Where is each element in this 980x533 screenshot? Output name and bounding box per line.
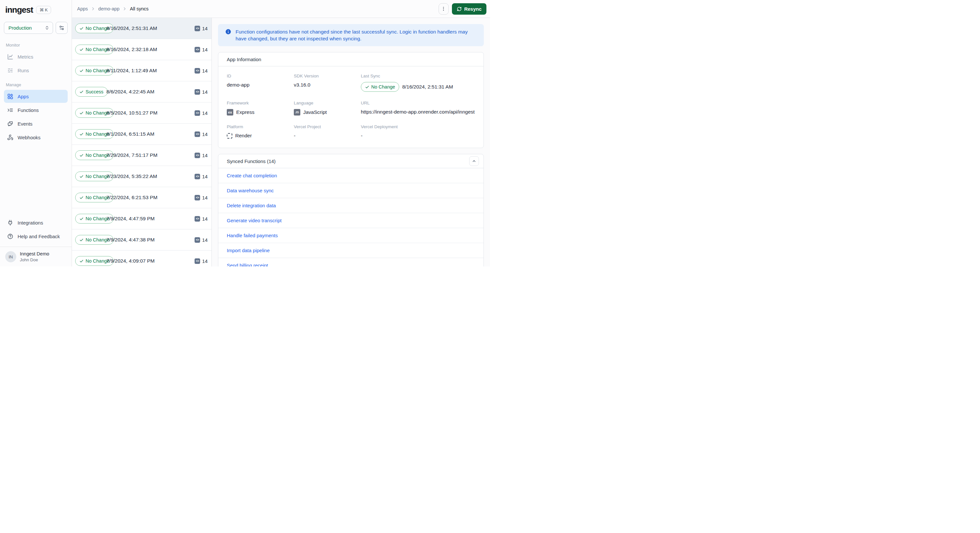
- sync-list-item[interactable]: No Change 8/1/2024, 6:51:15 AM <>14: [72, 124, 212, 145]
- function-link[interactable]: Create chat completion: [227, 173, 277, 178]
- code-icon: <>: [194, 110, 200, 116]
- chevron-updown-icon: [45, 25, 49, 30]
- sync-function-count: <>14: [194, 216, 208, 221]
- render-icon: [227, 133, 232, 138]
- check-icon: [80, 48, 84, 52]
- sync-timestamp: 7/9/2024, 4:47:38 PM: [103, 237, 194, 243]
- function-link[interactable]: Import data pipeline: [227, 248, 270, 253]
- profile-menu[interactable]: IN Inngest Demo John Doe: [0, 247, 72, 266]
- code-icon: <>: [194, 237, 200, 243]
- nav-section-manage: Manage: [4, 82, 68, 87]
- sync-list-item[interactable]: No Change 7/22/2024, 6:21:53 PM <>14: [72, 187, 212, 208]
- function-row[interactable]: Handle failed payments: [218, 228, 484, 243]
- sync-list-item[interactable]: No Change 8/5/2024, 10:51:27 PM <>14: [72, 102, 212, 124]
- functions-icon: [7, 107, 13, 113]
- sidebar-item-functions[interactable]: Functions: [4, 103, 68, 116]
- avatar: IN: [5, 251, 16, 262]
- function-row[interactable]: Import data pipeline: [218, 243, 484, 258]
- sidebar-item-help[interactable]: Help and Feedback: [4, 230, 68, 243]
- sync-timestamp: 7/9/2024, 4:09:07 PM: [103, 258, 194, 264]
- sync-function-count: <>14: [194, 195, 208, 200]
- synced-functions-list: Create chat completion Data warehouse sy…: [218, 168, 484, 266]
- chevron-up-icon: [472, 159, 476, 163]
- code-icon: <>: [194, 26, 200, 31]
- environment-value: Production: [8, 25, 32, 30]
- sync-list-item[interactable]: No Change 7/29/2024, 7:51:17 PM <>14: [72, 145, 212, 166]
- sidebar-item-label: Webhooks: [18, 135, 41, 140]
- sync-list-item[interactable]: No Change 7/23/2024, 5:35:22 AM <>14: [72, 166, 212, 187]
- synced-functions-header: Synced Functions (14): [218, 154, 484, 168]
- field-vercel-deployment: Vercel Deployment -: [361, 124, 475, 138]
- profile-org: Inngest Demo: [20, 251, 49, 256]
- info-banner: Function configurations have not changed…: [218, 24, 484, 46]
- nav-section-monitor: Monitor: [4, 43, 68, 48]
- function-link[interactable]: Send billing receipt: [227, 263, 268, 266]
- chevron-right-icon: [91, 6, 95, 11]
- runs-icon: [7, 67, 13, 73]
- environment-selector[interactable]: Production: [4, 22, 53, 34]
- resync-button[interactable]: Resync: [452, 3, 487, 14]
- sync-list-item[interactable]: No Change 8/16/2024, 2:51:31 AM <>14: [72, 18, 212, 39]
- sync-timestamp: 7/23/2024, 5:35:22 AM: [103, 173, 194, 179]
- app-information-header: App Information: [218, 53, 484, 66]
- plug-icon: [7, 220, 13, 226]
- sync-list-item[interactable]: No Change 7/9/2024, 4:47:38 PM <>14: [72, 229, 212, 251]
- function-row[interactable]: Send billing receipt: [218, 258, 484, 266]
- sync-list-item[interactable]: No Change 8/16/2024, 2:32:18 AM <>14: [72, 39, 212, 60]
- sidebar-item-label: Events: [18, 121, 33, 127]
- sync-function-count: <>14: [194, 153, 208, 158]
- function-link[interactable]: Handle failed payments: [227, 233, 278, 238]
- javascript-icon: JS: [294, 109, 300, 116]
- info-icon: [225, 29, 231, 35]
- code-icon: <>: [194, 153, 200, 158]
- sidebar-item-runs[interactable]: Runs: [4, 64, 68, 77]
- kebab-icon: [441, 6, 446, 11]
- last-sync-timestamp: 8/16/2024, 2:51:31 AM: [402, 84, 453, 90]
- breadcrumb-demo-app[interactable]: demo-app: [98, 6, 119, 11]
- sidebar-item-webhooks[interactable]: Webhooks: [4, 131, 68, 144]
- check-icon: [80, 217, 84, 221]
- sync-function-count: <>14: [194, 132, 208, 137]
- apps-icon: [7, 93, 13, 100]
- status-badge: No Change: [361, 82, 399, 92]
- function-row[interactable]: Generate video transcript: [218, 213, 484, 228]
- sync-list-item[interactable]: Success 8/6/2024, 4:22:45 AM <>14: [72, 81, 212, 102]
- sync-list: No Change 8/16/2024, 2:51:31 AM <>14 No …: [72, 18, 212, 266]
- sidebar-item-metrics[interactable]: Metrics: [4, 50, 68, 63]
- sync-function-count: <>14: [194, 26, 208, 31]
- function-row[interactable]: Data warehouse sync: [218, 183, 484, 198]
- topbar: Apps demo-app All syncs: [72, 0, 490, 18]
- command-k-shortcut[interactable]: ⌘ K: [36, 6, 51, 14]
- field-vercel-project: Vercel Project -: [294, 124, 361, 138]
- function-row[interactable]: Create chat completion: [218, 168, 484, 183]
- sync-list-item[interactable]: No Change 8/11/2024, 1:12:49 AM <>14: [72, 60, 212, 81]
- field-platform: Platform Render: [227, 124, 294, 138]
- main-panel: Function configurations have not changed…: [212, 18, 490, 266]
- function-link[interactable]: Generate video transcript: [227, 218, 282, 223]
- breadcrumb-apps[interactable]: Apps: [77, 6, 88, 11]
- more-options-button[interactable]: [439, 3, 449, 14]
- app-root: inngest ⌘ K Production Monitor: [0, 0, 490, 266]
- sidebar-item-events[interactable]: Events: [4, 117, 68, 130]
- function-row[interactable]: Delete integration data: [218, 198, 484, 213]
- code-icon: <>: [194, 47, 200, 53]
- sidebar-item-apps[interactable]: Apps: [4, 90, 68, 103]
- sync-function-count: <>14: [194, 89, 208, 95]
- sync-function-count: <>14: [194, 68, 208, 73]
- sync-list-item[interactable]: No Change 7/9/2024, 4:47:59 PM <>14: [72, 208, 212, 229]
- sidebar-item-label: Integrations: [18, 220, 43, 226]
- field-id: ID demo-app: [227, 73, 294, 92]
- collapse-button[interactable]: [469, 156, 479, 166]
- sync-timestamp: 7/29/2024, 7:51:17 PM: [103, 152, 194, 158]
- sidebar-item-label: Help and Feedback: [18, 234, 60, 239]
- sync-list-item[interactable]: No Change 7/9/2024, 4:09:07 PM <>14: [72, 251, 212, 266]
- function-link[interactable]: Data warehouse sync: [227, 188, 274, 193]
- environment-settings-button[interactable]: [56, 22, 68, 34]
- sidebar-item-integrations[interactable]: Integrations: [4, 216, 68, 229]
- sidebar-item-label: Functions: [18, 107, 39, 113]
- sidebar-item-label: Runs: [18, 68, 29, 73]
- code-icon: <>: [194, 89, 200, 95]
- function-link[interactable]: Delete integration data: [227, 203, 276, 208]
- sidebar-footer: Integrations Help and Feedback: [0, 216, 72, 243]
- sync-timestamp: 8/5/2024, 10:51:27 PM: [103, 110, 194, 116]
